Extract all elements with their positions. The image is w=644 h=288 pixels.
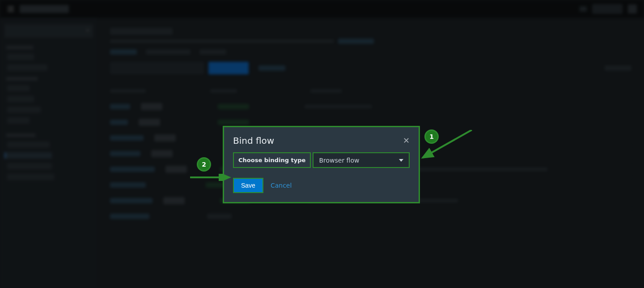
cell-link[interactable] [110,198,153,203]
chevron-down-icon [399,159,403,162]
callout-1: 1 [424,129,439,144]
sidebar-item[interactable] [7,54,34,60]
sidebar-item[interactable] [7,163,52,169]
close-icon[interactable]: ✕ [403,137,410,145]
sidebar-item[interactable] [7,85,30,91]
callout-2: 2 [197,157,211,172]
help-icon[interactable] [580,6,587,12]
sidebar-section [6,46,33,49]
pager[interactable] [605,65,631,71]
badge [154,134,176,142]
cell-link[interactable] [110,104,130,109]
sidebar-section [6,133,35,137]
badge [165,166,187,173]
save-button[interactable]: Save [233,178,263,193]
table-row[interactable] [110,208,631,224]
status-badge [218,120,249,125]
table-header-row [110,83,631,99]
sidebar-item[interactable] [7,117,30,124]
cell [207,214,232,219]
page-desc [110,39,334,43]
binding-type-select[interactable]: Browser flow [313,152,410,168]
primary-button[interactable] [208,62,249,74]
badge [139,119,160,126]
cell-link[interactable] [110,120,128,125]
bind-flow-modal: Bind flow ✕ Choose binding type Browser … [223,126,420,203]
badge [151,150,173,157]
col-header [310,89,342,93]
sidebar-item[interactable] [7,107,41,113]
modal-title: Bind flow [233,135,274,146]
tab[interactable] [146,49,191,55]
sidebar-item[interactable] [7,64,47,71]
cell-link[interactable] [110,167,155,172]
user-menu[interactable] [592,4,623,14]
sidebar-item[interactable] [7,96,34,102]
binding-type-label: Choose binding type [233,152,311,168]
search-input[interactable] [110,62,204,74]
sidebar-section [6,77,38,81]
brand-logo [20,5,69,13]
badge [163,197,185,204]
realm-selector[interactable] [4,24,93,38]
tab[interactable] [110,49,137,55]
page-title [110,28,173,35]
select-value: Browser flow [319,157,359,164]
sidebar-item-active[interactable] [4,152,52,159]
badge [141,103,162,110]
sidebar-item[interactable] [7,142,50,148]
cancel-button[interactable]: Cancel [271,182,292,189]
sidebar [0,18,97,288]
cell-link[interactable] [110,135,144,141]
link[interactable] [258,65,285,71]
status-badge [218,104,249,109]
cell-link[interactable] [110,151,140,156]
page-link[interactable] [338,39,374,44]
table-row[interactable] [110,99,631,114]
col-header [110,89,146,93]
col-header [210,89,237,93]
cell [305,105,372,108]
tab[interactable] [199,49,226,55]
sidebar-item[interactable] [7,174,54,180]
cell-link[interactable] [110,182,146,188]
hamburger-icon[interactable] [7,5,14,13]
cell-link[interactable] [110,214,149,219]
avatar[interactable] [628,4,637,13]
topbar [0,0,644,18]
